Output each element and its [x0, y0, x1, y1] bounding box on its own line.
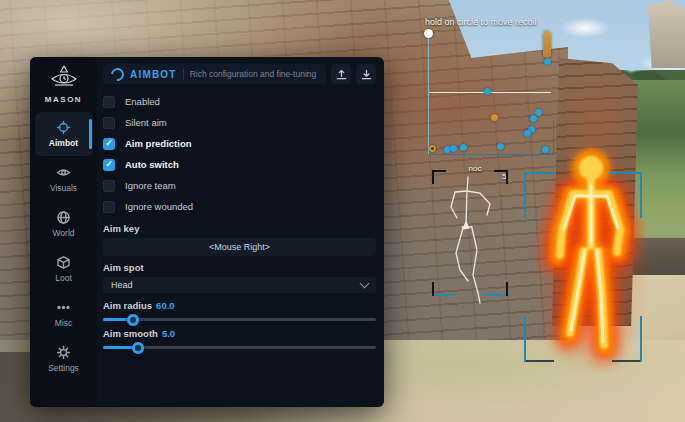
ellipsis-icon — [56, 300, 71, 315]
checkbox-label: Ignore wounded — [125, 201, 193, 212]
checkbox-checked-icon[interactable]: ✓ — [103, 138, 115, 150]
recoil-dot-blue — [484, 88, 491, 95]
aim-key-label: Aim key — [103, 223, 376, 234]
mason-eye-icon — [49, 65, 79, 91]
checkbox-label: Aim prediction — [125, 138, 192, 149]
slider-aim-radius: Aim radius60.0 — [103, 300, 376, 321]
sidebar-nav: AimbotVisualsWorldLootMiscSettings — [30, 112, 97, 382]
sidebar-item-misc[interactable]: Misc — [35, 292, 93, 336]
box-icon — [56, 255, 71, 270]
recoil-dot-orange — [491, 114, 498, 121]
checkbox-row-ignore-wounded[interactable]: Ignore wounded — [103, 196, 376, 217]
screen: noc 5 hold on circle to move recoil — [0, 0, 685, 422]
download-icon — [361, 69, 372, 80]
header-divider — [183, 69, 184, 80]
checkbox-unchecked-icon[interactable] — [103, 180, 115, 192]
logo: MASON — [45, 65, 82, 104]
recoil-dot-blue — [460, 144, 467, 151]
checkbox-checked-icon[interactable]: ✓ — [103, 159, 115, 171]
checkbox-label: Enabled — [125, 96, 160, 107]
recoil-box-right-line — [553, 120, 554, 155]
checkbox-row-ignore-team[interactable]: Ignore team — [103, 175, 376, 196]
aim-spot-value: Head — [111, 280, 361, 290]
checkbox-row-auto-switch[interactable]: ✓Auto switch — [103, 154, 376, 175]
checkbox-row-enabled[interactable]: Enabled — [103, 91, 376, 112]
recoil-dot-blue — [497, 143, 504, 150]
slider-track-aim-radius[interactable] — [103, 318, 376, 321]
chevron-down-icon — [360, 279, 370, 289]
aim-spot-label: Aim spot — [103, 262, 376, 273]
recoil-dot-blue — [542, 146, 549, 153]
slider-track-aim-smooth[interactable] — [103, 346, 376, 349]
gear-icon — [56, 345, 71, 360]
checkbox-unchecked-icon[interactable] — [103, 117, 115, 129]
globe-icon — [56, 210, 71, 225]
checkbox-row-silent-aim[interactable]: Silent aim — [103, 112, 376, 133]
slider-group: Aim radius60.0Aim smooth5.0 — [103, 293, 376, 349]
aim-spot-select[interactable]: Head — [103, 277, 376, 293]
recoil-dot-blue — [524, 130, 531, 137]
cloud — [560, 18, 610, 38]
checkbox-label: Ignore team — [125, 180, 176, 191]
section-header-bar: AIMBOT Rich configuration and fine-tunin… — [103, 64, 326, 84]
sidebar-item-label: Aimbot — [49, 138, 78, 148]
recoil-box-bottom-line — [428, 154, 554, 155]
sidebar-item-aimbot[interactable]: Aimbot — [35, 112, 93, 156]
slider-label: Aim radius60.0 — [103, 300, 376, 311]
sidebar-item-settings[interactable]: Settings — [35, 337, 93, 381]
download-config-button[interactable] — [356, 64, 376, 84]
aim-key-bind-button[interactable]: <Mouse Right> — [103, 238, 376, 256]
slider-thumb-aim-radius[interactable] — [127, 314, 139, 326]
slider-value: 5.0 — [162, 328, 175, 339]
recoil-dot-blue — [450, 145, 457, 152]
eye-icon — [56, 165, 71, 180]
recoil-drag-handle[interactable] — [424, 29, 433, 38]
recoil-dot-blue — [530, 115, 537, 122]
skeleton-esp — [432, 170, 510, 305]
checkbox-row-aim-prediction[interactable]: ✓Aim prediction — [103, 133, 376, 154]
active-indicator — [89, 119, 92, 149]
checkbox-label: Silent aim — [125, 117, 167, 128]
checkbox-unchecked-icon[interactable] — [103, 201, 115, 213]
checkbox-label: Auto switch — [125, 159, 179, 170]
sidebar-item-label: Loot — [55, 273, 72, 283]
slider-value: 60.0 — [156, 300, 175, 311]
cheat-panel: MASON AimbotVisualsWorldLootMiscSettings… — [30, 57, 384, 407]
checkbox-list: EnabledSilent aim✓Aim prediction✓Auto sw… — [103, 91, 376, 217]
panel-main: AIMBOT Rich configuration and fine-tunin… — [97, 57, 384, 407]
slider-label: Aim smooth5.0 — [103, 328, 376, 339]
sidebar-item-loot[interactable]: Loot — [35, 247, 93, 291]
upload-icon — [336, 69, 347, 80]
sidebar-item-visuals[interactable]: Visuals — [35, 157, 93, 201]
logo-text: MASON — [45, 95, 82, 104]
section-title: AIMBOT — [130, 69, 177, 80]
recoil-dot-ring — [429, 145, 436, 152]
ruin-wall — [648, 0, 685, 68]
recoil-hint-text: hold on circle to move recoil — [425, 17, 537, 27]
section-subtitle: Rich configuration and fine-tuning — [190, 69, 317, 79]
recoil-dot-blue — [535, 109, 542, 116]
sidebar-item-label: Misc — [55, 318, 72, 328]
sidebar-item-label: Settings — [48, 363, 79, 373]
checkbox-unchecked-icon[interactable] — [103, 96, 115, 108]
recoil-marker-capsule — [543, 31, 551, 58]
sidebar-item-world[interactable]: World — [35, 202, 93, 246]
sidebar: MASON AimbotVisualsWorldLootMiscSettings — [30, 57, 97, 407]
sidebar-item-label: World — [52, 228, 74, 238]
recoil-box-left-line — [428, 38, 429, 155]
sidebar-item-label: Visuals — [50, 183, 77, 193]
crosshair-icon — [56, 120, 71, 135]
glowing-player-model — [531, 142, 651, 382]
upload-config-button[interactable] — [331, 64, 351, 84]
slider-thumb-aim-smooth[interactable] — [132, 342, 144, 354]
recoil-dot-blue — [544, 58, 551, 65]
slider-aim-smooth: Aim smooth5.0 — [103, 328, 376, 349]
ring-icon — [108, 65, 126, 83]
